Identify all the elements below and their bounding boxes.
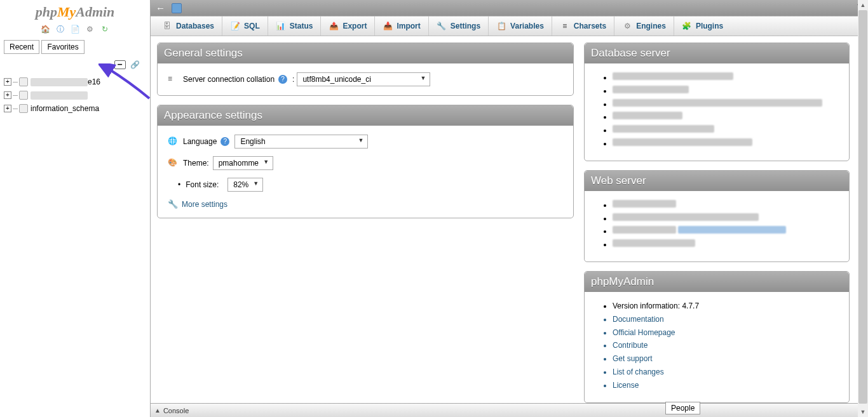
panel-title: Web server — [585, 171, 849, 191]
charsets-icon: ≡ — [560, 21, 570, 31]
scroll-down-icon[interactable]: ▼ — [858, 407, 868, 417]
topbar: ← ⌃ — [151, 0, 868, 16]
logo-php: php — [36, 4, 57, 20]
fontsize-select[interactable]: 82% — [227, 178, 263, 192]
scroll-thumb[interactable] — [858, 10, 867, 404]
appearance-settings-panel: Appearance settings 🌐 Language ? English… — [157, 105, 574, 218]
license-link[interactable]: License — [613, 380, 839, 391]
tab-databases[interactable]: 🗄Databases — [154, 17, 222, 36]
collapse-all-icon[interactable]: – — [114, 60, 126, 69]
tab-variables[interactable]: 📋Variables — [488, 17, 552, 36]
server-icon[interactable] — [172, 3, 182, 13]
panel-title: phpMyAdmin — [585, 272, 849, 292]
tab-status[interactable]: 📊Status — [268, 17, 321, 36]
phpmyadmin-logo[interactable]: phpMyAdmin — [0, 0, 150, 22]
language-select[interactable]: English — [234, 135, 368, 149]
console-label: Console — [163, 407, 189, 414]
favorites-tab[interactable]: Favorites — [41, 40, 84, 54]
tree-item-1[interactable]: + e16 — [4, 76, 146, 88]
panel-title: Appearance settings — [158, 105, 573, 126]
expand-icon[interactable]: + — [4, 78, 11, 86]
expand-icon[interactable]: + — [4, 105, 11, 112]
blurred-text — [613, 125, 714, 133]
sidebar: phpMyAdmin 🏠 ⓘ 📄 ⚙ ↻ Recent Favorites – … — [0, 0, 151, 417]
language-icon: 🌐 — [168, 136, 178, 147]
collation-label: Server connection collation — [183, 75, 275, 84]
recent-tab[interactable]: Recent — [4, 40, 39, 54]
sql-icon: 📝 — [230, 21, 240, 31]
tab-engines[interactable]: ⚙Engines — [614, 17, 674, 36]
collation-icon: ≡ — [168, 74, 178, 84]
scrollbar[interactable]: ▲ ▼ — [858, 0, 868, 417]
wrench-icon: 🔧 — [168, 199, 178, 209]
blurred-text — [613, 226, 676, 234]
settings-icon[interactable]: ⚙ — [85, 25, 95, 35]
version-info: Version information: 4.7.7 — [613, 301, 839, 312]
webserver-list — [595, 200, 839, 250]
databases-icon: 🗄 — [162, 21, 172, 31]
more-settings-link[interactable]: 🔧 More settings — [168, 199, 227, 209]
collation-row: ≡ Server connection collation ? : utf8mb… — [168, 72, 563, 86]
tab-sql[interactable]: 📝SQL — [222, 17, 268, 36]
homepage-link[interactable]: Official Homepage — [613, 328, 839, 338]
fontsize-label: Font size: — [186, 180, 219, 189]
panel-title: General settings — [158, 43, 573, 63]
blurred-text — [613, 72, 733, 80]
db-name-blurred — [31, 91, 88, 100]
tab-settings[interactable]: 🔧Settings — [428, 17, 488, 36]
console-bar[interactable]: ▲ Console — [151, 403, 868, 417]
tab-plugins[interactable]: 🧩Plugins — [674, 17, 731, 36]
link-icon[interactable]: 🔗 — [130, 62, 140, 70]
scroll-up-icon[interactable]: ▲ — [858, 0, 868, 10]
expand-icon[interactable]: + — [4, 91, 11, 99]
dbserver-list — [595, 72, 839, 149]
support-link[interactable]: Get support — [613, 354, 839, 364]
tree-item-2[interactable]: + — [4, 89, 146, 102]
collation-select[interactable]: utf8mb4_unicode_ci — [297, 72, 430, 86]
blurred-text — [613, 200, 676, 208]
language-label: Language — [183, 137, 217, 146]
plugins-icon: 🧩 — [682, 21, 692, 31]
variables-icon: 📋 — [496, 21, 506, 31]
db-name: information_schema — [31, 104, 99, 113]
tab-charsets[interactable]: ≡Charsets — [552, 17, 614, 36]
reload-icon[interactable]: ↻ — [100, 25, 110, 35]
blurred-text — [613, 239, 695, 247]
changes-link[interactable]: List of changes — [613, 367, 839, 378]
export-icon: 📤 — [329, 21, 339, 31]
phpmyadmin-panel: phpMyAdmin Version information: 4.7.7 Do… — [584, 271, 850, 403]
collapse-row: – 🔗 — [0, 60, 150, 70]
settings-icon: 🔧 — [437, 21, 447, 31]
sidebar-tabs: Recent Favorites — [0, 37, 150, 56]
database-icon — [19, 91, 28, 100]
home-icon[interactable]: 🏠 — [40, 25, 50, 35]
theme-row: 🎨 Theme: pmahomme — [168, 156, 563, 170]
theme-icon: 🎨 — [168, 158, 178, 168]
contribute-link[interactable]: Contribute — [613, 340, 839, 351]
theme-select[interactable]: pmahomme — [213, 156, 273, 170]
logout-icon[interactable]: ⓘ — [55, 24, 65, 34]
tab-export[interactable]: 📤Export — [320, 17, 374, 36]
web-server-panel: Web server — [584, 170, 850, 262]
import-icon: 📥 — [383, 21, 393, 31]
content: General settings ≡ Server connection col… — [151, 36, 868, 403]
theme-label: Theme: — [183, 159, 209, 168]
nav-tabs: 🗄Databases 📝SQL 📊Status 📤Export 📥Import … — [151, 16, 868, 36]
tab-import[interactable]: 📥Import — [374, 17, 428, 36]
people-tooltip: People — [665, 402, 700, 414]
help-icon[interactable]: ? — [220, 137, 229, 146]
console-expand-icon[interactable]: ▲ — [154, 407, 161, 414]
blurred-link — [678, 226, 786, 234]
tree-item-3[interactable]: + information_schema — [4, 102, 146, 115]
help-icon[interactable]: ? — [278, 75, 287, 84]
logo-my: My — [57, 4, 76, 20]
language-row: 🌐 Language ? English — [168, 135, 563, 149]
fontsize-row: • Font size: 82% — [168, 178, 563, 192]
blurred-text — [613, 86, 689, 93]
blurred-text — [613, 138, 752, 146]
back-icon[interactable]: ← — [156, 3, 165, 13]
database-server-panel: Database server — [584, 43, 850, 161]
database-icon — [19, 77, 28, 86]
docs-icon[interactable]: 📄 — [70, 25, 80, 35]
docs-link[interactable]: Documentation — [613, 314, 839, 325]
